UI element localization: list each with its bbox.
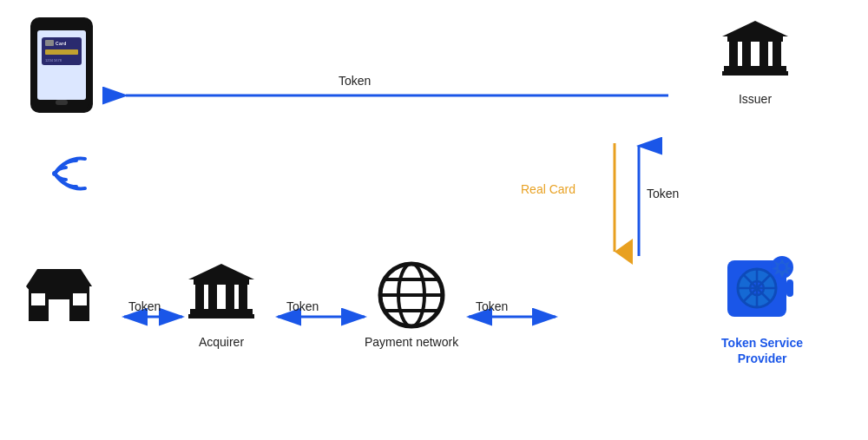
tsp-icon xyxy=(723,252,801,330)
real-card-label: Real Card xyxy=(521,182,575,196)
svg-rect-14 xyxy=(722,71,788,76)
svg-rect-40 xyxy=(786,279,793,297)
token-top-label: Token xyxy=(339,74,371,88)
issuer-icon-wrap: Issuer xyxy=(720,17,790,106)
acquirer-bank-icon xyxy=(187,260,256,330)
svg-marker-7 xyxy=(722,21,788,36)
svg-rect-25 xyxy=(239,285,247,309)
svg-rect-13 xyxy=(724,66,786,71)
svg-rect-26 xyxy=(190,309,253,314)
svg-rect-27 xyxy=(188,314,254,319)
acquirer-label: Acquirer xyxy=(199,335,244,349)
mini-card: Card 1234 5678 xyxy=(42,37,82,65)
token-store-acquirer-label: Token xyxy=(128,299,161,313)
phone-icon-wrap: Card 1234 5678 xyxy=(30,17,93,113)
store-icon xyxy=(24,260,94,325)
payment-network-icon-wrap: Payment network xyxy=(365,260,458,349)
svg-rect-21 xyxy=(194,279,249,285)
store-icon-wrap xyxy=(24,260,94,325)
phone-home-button xyxy=(56,100,68,105)
svg-rect-18 xyxy=(31,293,45,305)
svg-rect-22 xyxy=(195,285,204,309)
svg-rect-12 xyxy=(773,42,781,66)
phone-icon: Card 1234 5678 xyxy=(30,17,93,113)
payment-network-label: Payment network xyxy=(365,335,458,349)
phone-screen: Card 1234 5678 xyxy=(37,30,86,100)
svg-rect-10 xyxy=(742,42,751,66)
diagram: Card 1234 5678 xyxy=(0,0,868,440)
card-stripe xyxy=(45,49,78,55)
acquirer-icon-wrap: Acquirer xyxy=(187,260,256,349)
nfc-icon-wrap xyxy=(42,152,94,195)
svg-rect-19 xyxy=(73,293,87,305)
svg-rect-11 xyxy=(760,42,768,66)
token-acquirer-network-label: Token xyxy=(286,299,319,313)
svg-rect-24 xyxy=(226,285,234,309)
token-network-tsp-label: Token xyxy=(476,299,508,313)
svg-marker-20 xyxy=(188,264,254,279)
svg-rect-9 xyxy=(729,42,738,66)
issuer-label: Issuer xyxy=(739,92,772,106)
issuer-bank-icon xyxy=(720,17,790,87)
svg-rect-23 xyxy=(208,285,217,309)
globe-icon xyxy=(377,260,446,330)
svg-rect-8 xyxy=(727,36,783,42)
token-vertical-label: Token xyxy=(647,187,679,200)
svg-point-43 xyxy=(778,263,786,272)
svg-rect-17 xyxy=(49,299,69,321)
card-label: Card xyxy=(56,41,67,46)
card-number: 1234 5678 xyxy=(45,58,78,62)
tsp-label: Token ServiceProvider xyxy=(721,335,803,366)
tsp-icon-wrap: Token ServiceProvider xyxy=(721,252,803,366)
nfc-icon xyxy=(42,152,94,195)
svg-marker-15 xyxy=(26,269,92,286)
vault-svg xyxy=(723,252,801,330)
